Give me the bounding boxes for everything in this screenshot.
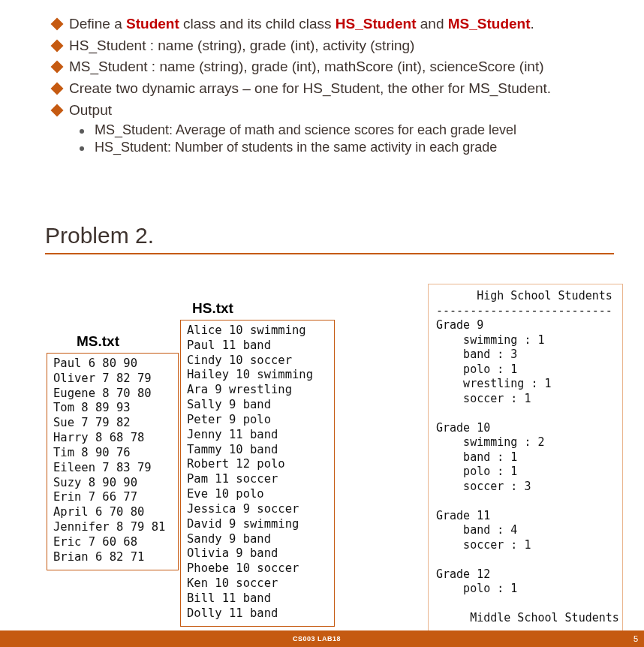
bullet-2: HS_Student : name (string), grade (int),… <box>53 37 614 56</box>
divider-rule <box>45 253 614 254</box>
bullet-5: Output <box>53 101 614 120</box>
dot-icon <box>80 129 84 134</box>
b1-mid1: class and its child class <box>179 16 336 32</box>
sb2-text: HS_Student: Number of students in the sa… <box>95 140 497 155</box>
dot-icon <box>80 146 84 151</box>
b2-text: HS_Student : name (string), grade (int),… <box>69 37 414 56</box>
b5-text: Output <box>69 101 112 120</box>
sub-bullet-2: HS_Student: Number of students in the sa… <box>80 140 614 155</box>
b1-mid2: and <box>416 16 447 32</box>
hs-file-content: Alice 10 swimming Paul 11 band Cindy 10 … <box>180 320 335 627</box>
diamond-icon <box>51 18 64 31</box>
b1-hs: HS_Student <box>336 16 417 32</box>
diamond-icon <box>51 61 64 74</box>
hs-file-label: HS.txt <box>192 300 233 317</box>
program-output: High School Students -------------------… <box>428 284 623 647</box>
b1-pre: Define a <box>69 16 126 32</box>
diamond-icon <box>51 104 64 116</box>
b1-ms: MS_Student <box>448 16 531 32</box>
footer-page-number: 5 <box>633 634 638 643</box>
bullet-1: Define a Student class and its child cla… <box>53 15 614 34</box>
bullet-3: MS_Student : name (string), grade (int),… <box>53 58 614 77</box>
b4-text: Create two dynamic arrays – one for HS_S… <box>69 80 551 98</box>
sub-bullet-1: MS_Student: Average of math and science … <box>80 122 614 138</box>
bullet-list: Define a Student class and its child cla… <box>53 15 614 155</box>
diamond-icon <box>51 83 64 95</box>
problem-title: Problem 2. <box>45 223 614 248</box>
slide-footer: CS003 LAB18 5 <box>0 630 644 647</box>
b3-text: MS_Student : name (string), grade (int),… <box>69 58 544 77</box>
sub-bullet-list: MS_Student: Average of math and science … <box>80 122 614 155</box>
b1-post: . <box>531 16 534 32</box>
ms-file-label: MS.txt <box>77 333 119 350</box>
bullet-4: Create two dynamic arrays – one for HS_S… <box>53 80 614 98</box>
footer-label: CS003 LAB18 <box>293 635 341 642</box>
b1-student: Student <box>126 16 179 32</box>
ms-file-content: Paul 6 80 90 Oliver 7 82 79 Eugene 8 70 … <box>47 353 179 570</box>
sb1-text: MS_Student: Average of math and science … <box>95 122 516 138</box>
diamond-icon <box>51 39 64 52</box>
